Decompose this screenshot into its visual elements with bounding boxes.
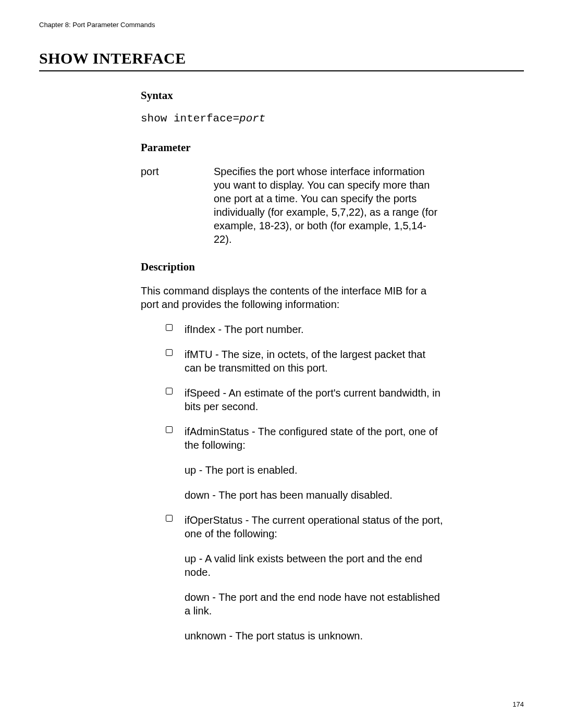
syntax-argument: port [239,113,265,125]
page-title: SHOW INTERFACE [39,50,524,67]
list-item: ifIndex - The port number. [154,323,443,336]
bullet-icon [166,426,173,433]
parameter-row: port Specifies the port whose interface … [141,165,443,246]
syntax-heading: Syntax [141,89,443,102]
list-item-text: ifMTU - The size, in octets, of the larg… [185,349,425,374]
title-divider [39,70,524,71]
parameter-description: Specifies the port whose interface infor… [214,165,443,246]
bullet-icon [166,515,173,522]
list-item: ifSpeed - An estimate of the port's curr… [154,386,443,413]
list-item-text: ifAdminStatus - The configured state of … [185,426,437,451]
list-item-text: ifIndex - The port number. [185,324,304,335]
list-item: ifOperStatus - The current operational s… [154,513,443,540]
sub-item: unknown - The port status is unknown. [141,629,443,643]
bullet-icon [166,349,173,356]
description-heading: Description [141,261,443,274]
description-intro: This command displays the contents of th… [141,284,443,311]
syntax-command: show interface= [141,113,239,125]
bullet-icon [166,388,173,394]
parameter-name: port [141,165,214,178]
list-item-text: ifOperStatus - The current operational s… [185,514,443,539]
list-item: ifAdminStatus - The configured state of … [154,425,443,452]
list-item-text: ifSpeed - An estimate of the port's curr… [185,387,440,412]
sub-item: down - The port has been manually disabl… [141,488,443,502]
parameter-heading: Parameter [141,141,443,154]
bullet-icon [166,324,173,331]
chapter-header: Chapter 8: Port Parameter Commands [39,21,524,29]
sub-item: down - The port and the end node have no… [141,590,443,618]
sub-item: up - A valid link exists between the por… [141,552,443,579]
sub-item: up - The port is enabled. [141,463,443,477]
syntax-code: show interface=port [141,113,443,125]
page-number: 174 [512,700,524,708]
list-item: ifMTU - The size, in octets, of the larg… [154,348,443,375]
